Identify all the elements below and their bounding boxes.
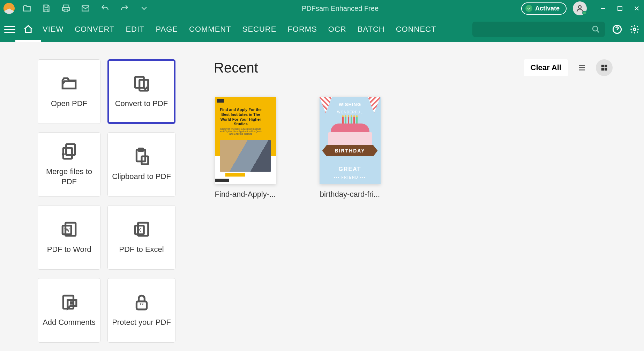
pdf-word-icon: W <box>60 220 78 238</box>
close-button[interactable] <box>633 5 641 12</box>
svg-rect-2 <box>618 6 622 10</box>
card-label: Protect your PDF <box>112 318 171 328</box>
menu-batch[interactable]: BATCH <box>358 25 385 34</box>
action-add-comments[interactable]: Add Comments <box>38 278 100 343</box>
menu-forms[interactable]: FORMS <box>287 25 317 34</box>
svg-point-5 <box>634 28 636 31</box>
menu-connect[interactable]: CONNECT <box>396 25 436 34</box>
user-avatar-button[interactable] <box>573 1 587 15</box>
menubar: VIEW CONVERT EDIT PAGE COMMENT SECURE FO… <box>0 17 644 42</box>
card-label: Convert to PDF <box>115 99 168 109</box>
comment-icon <box>60 293 78 311</box>
save-icon[interactable] <box>42 4 51 13</box>
print-icon[interactable] <box>61 4 70 13</box>
active-tab-indicator <box>15 40 41 42</box>
activate-button[interactable]: Activate <box>521 2 567 15</box>
svg-rect-8 <box>66 144 75 155</box>
recent-section: Recent Clear All Find and Apply For the … <box>214 59 634 341</box>
status-dot-icon <box>582 11 586 15</box>
actions-grid: Open PDF Convert to PDF Merge files to P… <box>38 59 175 341</box>
menu-items: VIEW CONVERT EDIT PAGE COMMENT SECURE FO… <box>43 25 436 34</box>
card-label: Clipboard to PDF <box>112 172 171 182</box>
svg-text:X: X <box>137 227 141 234</box>
activate-label: Activate <box>535 5 560 12</box>
file-thumbnail: WISHING WONDERFUL BIRTHDAY GREAT ••• FRI… <box>320 97 381 184</box>
menu-comment[interactable]: COMMENT <box>189 25 231 34</box>
svg-text:**: ** <box>139 302 144 309</box>
convert-icon <box>133 74 151 92</box>
svg-rect-23 <box>605 65 607 67</box>
svg-point-3 <box>593 26 598 31</box>
action-open-pdf[interactable]: Open PDF <box>38 59 100 124</box>
chevron-down-icon[interactable] <box>140 4 149 13</box>
grid-view-button[interactable] <box>596 59 613 76</box>
svg-rect-9 <box>63 148 72 158</box>
list-view-button[interactable] <box>574 59 590 76</box>
settings-button[interactable] <box>629 24 640 35</box>
svg-rect-24 <box>601 68 604 70</box>
recent-title: Recent <box>214 60 258 76</box>
mail-icon[interactable] <box>81 4 90 13</box>
action-pdf-excel[interactable]: X PDF to Excel <box>107 205 175 270</box>
search-box[interactable] <box>472 22 605 37</box>
search-icon <box>592 25 600 33</box>
file-name-label: birthday-card-fri... <box>319 190 381 199</box>
home-tab-button[interactable] <box>23 24 33 35</box>
action-clipboard-pdf[interactable]: Clipboard to PDF <box>107 132 175 197</box>
search-input[interactable] <box>477 26 592 33</box>
card-label: Add Comments <box>43 318 96 328</box>
check-circle-icon <box>525 5 532 12</box>
card-label: PDF to Word <box>47 245 91 255</box>
action-convert-pdf[interactable]: Convert to PDF <box>107 59 175 124</box>
svg-text:W: W <box>64 227 70 234</box>
menu-edit[interactable]: EDIT <box>126 25 144 34</box>
action-merge-pdf[interactable]: Merge files to PDF <box>38 132 100 197</box>
recent-file-0[interactable]: Find and Apply For the Best Institutes i… <box>214 97 277 199</box>
hamburger-menu-button[interactable] <box>4 24 15 35</box>
undo-icon[interactable] <box>100 4 110 13</box>
menu-secure[interactable]: SECURE <box>242 25 277 34</box>
folder-open-icon <box>60 74 78 92</box>
recent-file-1[interactable]: WISHING WONDERFUL BIRTHDAY GREAT ••• FRI… <box>319 97 381 199</box>
open-file-icon[interactable] <box>22 4 31 13</box>
card-label: Open PDF <box>51 99 87 109</box>
menu-ocr[interactable]: OCR <box>328 25 346 34</box>
content-area: Open PDF Convert to PDF Merge files to P… <box>0 42 644 351</box>
svg-rect-22 <box>601 65 604 67</box>
pdf-excel-icon: X <box>133 220 151 238</box>
menu-page[interactable]: PAGE <box>156 25 178 34</box>
minimize-button[interactable] <box>599 5 607 12</box>
action-pdf-word[interactable]: W PDF to Word <box>38 205 100 270</box>
clear-all-button[interactable]: Clear All <box>524 59 568 76</box>
svg-point-1 <box>578 6 581 8</box>
clipboard-icon <box>133 147 151 165</box>
merge-icon <box>60 142 78 160</box>
lock-icon: ** <box>133 293 151 311</box>
app-logo-icon <box>3 3 15 14</box>
card-label: Merge files to PDF <box>42 167 97 187</box>
menu-view[interactable]: VIEW <box>43 25 63 34</box>
app-title: PDFsam Enhanced Free <box>159 5 521 13</box>
help-button[interactable] <box>612 24 622 35</box>
svg-rect-25 <box>605 68 607 70</box>
titlebar: PDFsam Enhanced Free Activate <box>0 0 644 17</box>
menu-convert[interactable]: CONVERT <box>75 25 114 34</box>
card-label: PDF to Excel <box>119 245 164 255</box>
maximize-button[interactable] <box>616 5 624 12</box>
action-protect-pdf[interactable]: ** Protect your PDF <box>107 278 175 343</box>
file-name-label: Find-and-Apply-... <box>214 190 277 199</box>
file-thumbnail: Find and Apply For the Best Institutes i… <box>215 97 276 184</box>
redo-icon[interactable] <box>120 4 129 13</box>
